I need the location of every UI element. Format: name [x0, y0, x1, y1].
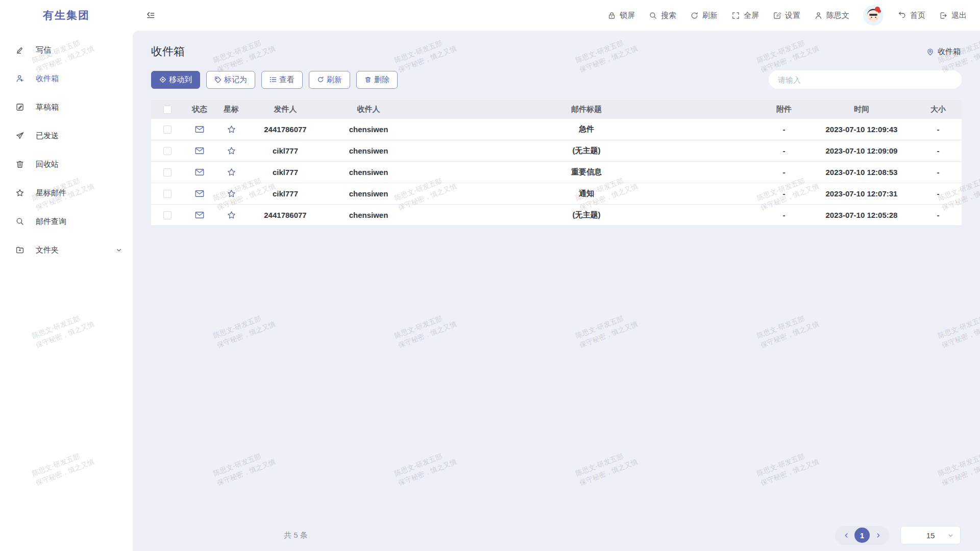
mail-row[interactable]: cikl777 chensiwen (无主题) - 2023-07-10 12:…: [151, 140, 962, 162]
page-title: 收件箱: [151, 44, 185, 59]
lock-screen-button[interactable]: 锁屏: [607, 11, 635, 20]
draft-icon: [15, 103, 24, 112]
row-checkbox[interactable]: [163, 211, 172, 219]
sidebar-item-drafts[interactable]: 草稿箱: [0, 93, 133, 121]
mail-recipient: chensiwen: [324, 168, 413, 177]
star-toggle-icon[interactable]: [227, 210, 236, 220]
page-number[interactable]: 1: [854, 528, 870, 543]
list-icon: [270, 76, 277, 83]
search-icon: [15, 217, 24, 226]
mail-status-icon: [195, 168, 204, 176]
header-star: 星标: [215, 105, 247, 114]
row-checkbox[interactable]: [163, 168, 172, 177]
global-search-button[interactable]: 搜索: [649, 11, 676, 20]
refresh-list-button[interactable]: 刷新: [309, 71, 350, 89]
header-size: 大小: [915, 105, 962, 114]
mail-row[interactable]: cikl777 chensiwen 重要信息 - 2023-07-10 12:0…: [151, 162, 962, 183]
folder-plus-icon: [15, 245, 24, 255]
mail-time: 2023-07-10 12:05:28: [808, 211, 915, 219]
home-back-icon: [897, 11, 906, 20]
mail-time: 2023-07-10 12:07:31: [808, 189, 915, 198]
header-attachment: 附件: [760, 105, 808, 114]
select-all-checkbox[interactable]: [163, 106, 172, 114]
logout-button[interactable]: 退出: [939, 11, 967, 20]
mail-sender: cikl777: [247, 146, 324, 155]
header-status: 状态: [184, 105, 215, 114]
trash-icon: [364, 76, 372, 83]
mail-size: -: [915, 211, 962, 219]
mail-attachment: -: [760, 211, 808, 219]
sidebar-item-sent[interactable]: 已发送: [0, 121, 133, 150]
topbar-menu: 锁屏 搜索 刷新 全屏: [607, 5, 980, 26]
user-menu[interactable]: 陈思文: [814, 11, 849, 20]
sidebar-item-inbox[interactable]: 收件箱: [0, 64, 133, 93]
chevron-down-icon: [115, 246, 122, 254]
header-time: 时间: [808, 105, 915, 114]
mail-row[interactable]: 2441786077 chensiwen (无主题) - 2023-07-10 …: [151, 205, 962, 226]
mail-table-header: 状态 星标 发件人 收件人 邮件标题 附件 时间 大小: [151, 100, 962, 119]
mail-time: 2023-07-10 12:08:53: [808, 168, 915, 177]
mail-row[interactable]: 2441786077 chensiwen 急件 - 2023-07-10 12:…: [151, 119, 962, 140]
mail-sender: cikl777: [247, 189, 324, 198]
mail-recipient: chensiwen: [324, 189, 413, 198]
total-count: 共 5 条: [284, 531, 308, 540]
user-icon: [814, 11, 823, 20]
mail-toolbar: 移动到 标记为 查看 刷新: [151, 70, 962, 89]
mail-recipient: chensiwen: [324, 125, 413, 134]
mail-attachment: -: [760, 146, 808, 155]
star-toggle-icon[interactable]: [227, 146, 236, 156]
inbox-user-icon: [15, 74, 24, 83]
mail-sender: 2441786077: [247, 211, 324, 219]
user-avatar[interactable]: [863, 5, 884, 26]
row-checkbox[interactable]: [163, 126, 172, 134]
mail-row[interactable]: cikl777 chensiwen 通知 - 2023-07-10 12:07:…: [151, 183, 962, 205]
logout-icon: [939, 11, 948, 20]
mail-subject: (无主题): [413, 210, 760, 220]
star-icon: [15, 188, 24, 197]
settings-button[interactable]: 设置: [773, 11, 800, 20]
prev-page-button[interactable]: [841, 530, 851, 540]
delete-button[interactable]: 删除: [356, 71, 398, 89]
sidebar-item-starred[interactable]: 星标邮件: [0, 179, 133, 207]
star-toggle-icon[interactable]: [227, 124, 236, 134]
panel-footer: 共 5 条 1 15: [284, 525, 961, 545]
mail-subject: 急件: [413, 124, 760, 134]
location-pin-icon: [926, 47, 935, 56]
header-subject: 邮件标题: [413, 105, 760, 114]
sidebar: 写信 收件箱 草稿箱 已发送 回收站: [0, 31, 133, 551]
mail-status-icon: [195, 211, 204, 219]
star-toggle-icon[interactable]: [227, 189, 236, 198]
row-checkbox[interactable]: [163, 190, 172, 198]
sidebar-collapse-button[interactable]: [145, 10, 155, 20]
lock-icon: [607, 11, 616, 20]
mail-sender: 2441786077: [247, 125, 324, 134]
header-recipient: 收件人: [324, 105, 413, 114]
pagination: 1: [835, 526, 889, 545]
refresh-button[interactable]: 刷新: [690, 11, 718, 20]
mail-subject: 通知: [413, 189, 760, 198]
mail-attachment: -: [760, 168, 808, 177]
home-button[interactable]: 首页: [897, 11, 925, 20]
refresh-icon: [317, 76, 324, 83]
sidebar-item-mail-search[interactable]: 邮件查询: [0, 207, 133, 236]
mark-as-button[interactable]: 标记为: [206, 71, 255, 89]
row-checkbox[interactable]: [163, 147, 172, 155]
sidebar-item-trash[interactable]: 回收站: [0, 150, 133, 179]
star-toggle-icon[interactable]: [227, 167, 236, 177]
move-to-button[interactable]: 移动到: [151, 71, 200, 89]
next-page-button[interactable]: [873, 530, 883, 540]
topbar: 有生集团 锁屏 搜索: [0, 0, 980, 31]
mail-size: -: [915, 189, 962, 198]
view-button[interactable]: 查看: [261, 71, 303, 89]
mail-subject: 重要信息: [413, 167, 760, 177]
page-size-select[interactable]: 15: [900, 526, 961, 544]
mail-size: -: [915, 125, 962, 134]
search-icon: [649, 11, 657, 20]
fullscreen-button[interactable]: 全屏: [731, 11, 759, 20]
sidebar-item-compose[interactable]: 写信: [0, 36, 133, 64]
mail-time: 2023-07-10 12:09:09: [808, 146, 915, 155]
list-search-input[interactable]: [778, 76, 952, 84]
sidebar-item-folders[interactable]: 文件夹: [0, 236, 133, 264]
mail-recipient: chensiwen: [324, 211, 413, 219]
list-search-box: [769, 70, 962, 89]
